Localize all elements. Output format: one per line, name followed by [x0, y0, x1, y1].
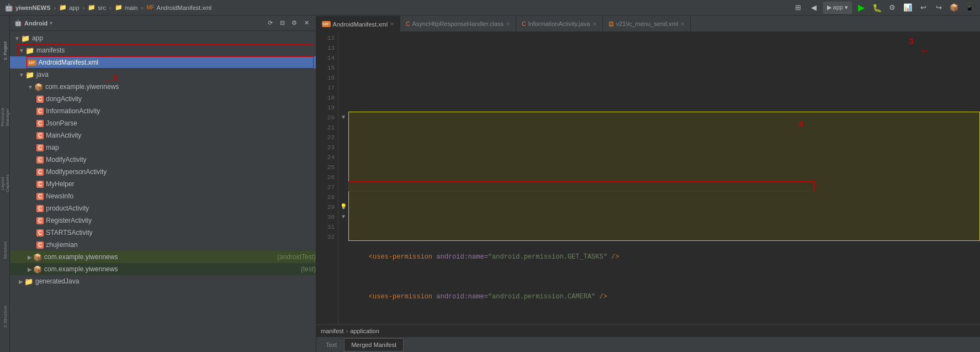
activity-bar: 1: Project Resource Manager Layout Captu… [0, 15, 10, 352]
tree-item-dong[interactable]: C dongActivity [10, 93, 316, 105]
title-bar: 🤖 yiwenNEWS › 📁 app › 📁 src › 📁 main › M… [0, 0, 980, 15]
collapse-icon[interactable]: ⊟ [277, 18, 287, 28]
class-icon-modify: C [36, 156, 44, 164]
tree-item-test[interactable]: ▶ 📦 com.example.yiwennews (test) [10, 263, 316, 275]
xml-file-icon: MF [28, 60, 36, 66]
tree-item-information[interactable]: C InformationActivity [10, 105, 316, 117]
bottom-tab-merged[interactable]: Merged Manifest [344, 338, 404, 351]
tab-information-close[interactable]: ✕ [592, 21, 597, 27]
class-icon-register: C [36, 217, 44, 224]
code-line-14: <uses-permission android:name="android.p… [353, 292, 980, 302]
tree-item-app[interactable]: ▼ 📁 app [10, 32, 316, 44]
tree-item-starts[interactable]: C STARTSActivity [10, 227, 316, 239]
tab-androidmanifest-label: AndroidManifest.xml [333, 21, 388, 28]
tree-item-manifests[interactable]: ▼ 📁 manifests [10, 44, 316, 56]
tree-item-myhelper[interactable]: C MyHelper [10, 178, 316, 190]
breadcrumb-src: 📁 [88, 4, 96, 11]
file-tree: ← 1 ← 2 ▼ 📁 app ▼ 📁 manifests [10, 31, 316, 352]
tree-item-androidtest[interactable]: ▶ 📦 com.example.yiwennews (androidTest) [10, 251, 316, 263]
class-icon-dong: C [36, 96, 44, 103]
gutter: ▼ 💡 ▼ [338, 32, 348, 324]
class-icon-newsinfo: C [36, 193, 44, 200]
annotation-arrow-4: ↓ [814, 178, 820, 188]
close-panel-icon[interactable]: ✕ [301, 18, 311, 28]
uses-library-box [348, 181, 814, 191]
breadcrumb-file-label: AndroidManifest.xml [157, 4, 212, 11]
debug-button[interactable]: 🐛 [871, 2, 883, 14]
class-icon-zhujiemian: C [36, 241, 44, 249]
tree-item-package-main[interactable]: ▼ 📦 com.example.yiwennews [10, 81, 316, 93]
tree-item-generatedjava[interactable]: ▶ 📁 generatedJava [10, 275, 316, 287]
tab-androidmanifest[interactable]: MF AndroidManifest.xml ✕ [316, 16, 400, 31]
breadcrumb-file-icon: MF [146, 4, 154, 10]
run-button[interactable]: ▶ [855, 2, 867, 14]
tree-item-main[interactable]: C MainActivity [10, 129, 316, 141]
project-name: yiwenNEWS [15, 4, 51, 11]
panel-title-text: Android [24, 20, 47, 27]
code-editor[interactable]: 12 13 14 15 16 17 18 19 20 21 22 23 24 2… [316, 32, 980, 324]
breadcrumb-main: 📁 [115, 4, 123, 11]
profile-button[interactable]: 📊 [902, 2, 914, 14]
class-icon-main: C [36, 132, 44, 139]
tree-item-map[interactable]: C map [10, 141, 316, 154]
breadcrumb-app: 📁 [59, 4, 67, 11]
file-tree-panel: 🤖 Android ▾ ⟳ ⊟ ⚙ ✕ ← 1 ← 2 [10, 15, 316, 352]
tab-information[interactable]: C InformationActivity.java ✕ [516, 16, 603, 31]
tree-item-json[interactable]: C JsonParse [10, 117, 316, 129]
app-selector[interactable]: ▶ app ▾ [823, 2, 852, 14]
more-tools-1[interactable]: ↩ [917, 2, 929, 14]
avd-manager[interactable]: 📱 [963, 2, 976, 14]
more-tools-2[interactable]: ↪ [933, 2, 945, 14]
panel-header: 🤖 Android ▾ ⟳ ⊟ ⚙ ✕ [10, 15, 316, 31]
tab-java-icon: C [522, 21, 526, 27]
tree-item-register[interactable]: C RegisterActivity [10, 214, 316, 227]
code-line-12: <uses-permission android:name="android.p… [353, 212, 980, 222]
bottom-tab-merged-label: Merged Manifest [351, 342, 396, 348]
tree-item-modify[interactable]: C ModifyActivity [10, 154, 316, 166]
line-numbers: 12 13 14 15 16 17 18 19 20 21 22 23 24 2… [316, 32, 338, 324]
editor-breadcrumb: manifest › application [316, 324, 980, 337]
bottom-tab-text[interactable]: Text [319, 338, 344, 351]
annotation-num-4: 4 [798, 120, 803, 130]
annotation-num-3: 3 [909, 38, 914, 48]
tab-androidmanifest-close[interactable]: ✕ [390, 21, 394, 27]
tree-item-product[interactable]: C productActivity [10, 202, 316, 214]
tree-item-androidmanifest[interactable]: MF AndroidManifest.xml [10, 56, 316, 69]
class-icon-starts: C [36, 229, 44, 237]
gradle-button[interactable]: ⚙ [886, 2, 898, 14]
tab-icmenusend-label: v21\ic_menu_send.xml [616, 20, 679, 27]
sdk-manager[interactable]: 📦 [948, 2, 960, 14]
bottom-tab-bar: Text Merged Manifest [316, 337, 980, 352]
class-icon-product: C [36, 205, 44, 212]
tree-item-newsinfo[interactable]: C NewsInfo [10, 190, 316, 202]
breadcrumb-app-label: app [69, 4, 79, 11]
breadcrumb-application[interactable]: application [350, 328, 379, 334]
tab-asynchttp-close[interactable]: ✕ [506, 21, 510, 27]
tab-information-label: InformationActivity.java [528, 20, 590, 27]
code-line-13: <uses-permission android:name="android.p… [353, 252, 980, 262]
breadcrumb-manifest[interactable]: manifest [321, 328, 344, 334]
tree-item-zhujiemian[interactable]: C zhujiemian [10, 239, 316, 251]
tab-asynchttp[interactable]: C AsyncHttpResponseHandler.class ✕ [400, 16, 516, 31]
tree-item-modifyperson[interactable]: C ModifypersonActivity [10, 166, 316, 178]
tab-icmenusend-close[interactable]: ✕ [680, 21, 685, 27]
class-icon-modifyperson: C [36, 169, 44, 176]
tab-icmenusend[interactable]: 🖼 v21\ic_menu_send.xml ✕ [603, 16, 691, 31]
tab-xml-icon: MF [322, 21, 331, 27]
panel-dropdown-icon[interactable]: ▾ [50, 20, 52, 26]
android-studio-icon: 🤖 [4, 3, 13, 12]
gear-icon[interactable]: ⚙ [289, 18, 299, 28]
android-logo: 🤖 [14, 19, 22, 27]
editor-tab-bar: MF AndroidManifest.xml ✕ C AsyncHttpResp… [316, 15, 980, 32]
sync-icon[interactable]: ⟳ [265, 18, 275, 28]
toolbar-back-icon[interactable]: ◀ [808, 2, 820, 14]
tree-item-java[interactable]: ▼ 📁 java [10, 69, 316, 81]
class-icon-myhelper: C [36, 181, 44, 188]
bottom-tab-text-label: Text [326, 342, 337, 348]
annotation-arrow-3: ← [921, 46, 928, 56]
breadcrumb-main-label: main [125, 4, 138, 11]
code-content[interactable]: 3 ← 4 ↓ <uses-permission android:name="a… [348, 32, 980, 324]
toolbar-layout-icon[interactable]: ⊞ [792, 2, 804, 14]
breadcrumb-src-label: src [98, 4, 106, 11]
class-icon-info: C [36, 108, 44, 115]
